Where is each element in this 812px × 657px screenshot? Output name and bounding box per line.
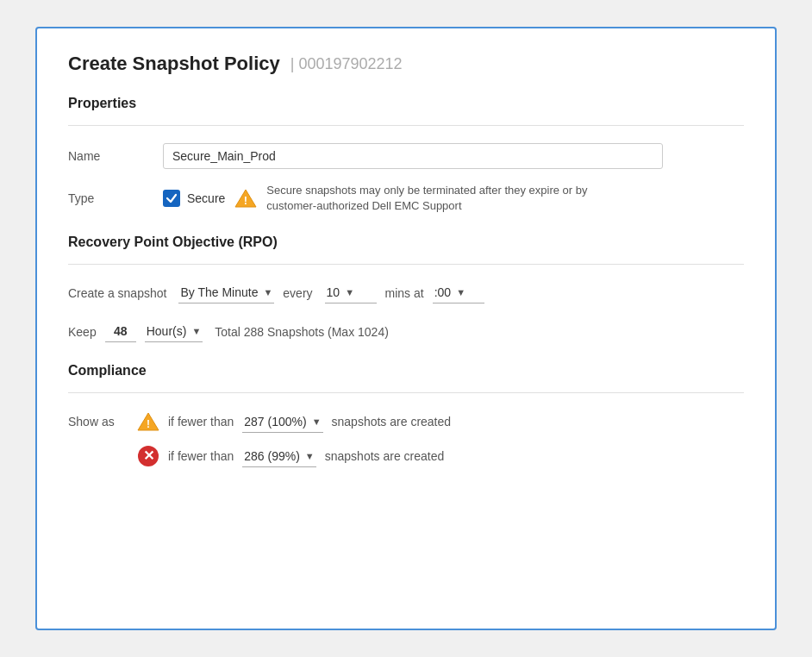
card-title-text: Create Snapshot Policy [68, 53, 280, 75]
compliance-warn-row: Show as ! if fewer than 287 (100%) ▼ sna… [68, 410, 744, 433]
show-as-label: Show as [68, 415, 128, 429]
card-title-id: | 000197902212 [290, 55, 403, 73]
frequency-select[interactable]: By The Minute ▼ [178, 282, 274, 303]
mins-label: mins at [385, 286, 424, 300]
at-value: :00 [434, 285, 451, 299]
properties-section: Properties Name Type Secure ! [68, 96, 744, 214]
keep-unit-value: Hour(s) [147, 324, 187, 338]
frequency-arrow: ▼ [263, 287, 272, 297]
total-snapshots: Total 288 Snapshots (Max 1024) [215, 325, 389, 339]
keep-label: Keep [68, 325, 97, 339]
card-header: Create Snapshot Policy | 000197902212 [68, 53, 744, 75]
at-arrow: ▼ [456, 287, 465, 297]
warn-condition: if fewer than [168, 415, 234, 429]
warn-suffix: snapshots are created [332, 415, 452, 429]
type-label: Type [68, 191, 154, 205]
interval-value: 10 [327, 285, 340, 299]
compliance-title: Compliance [68, 363, 744, 379]
compliance-error-row: ✕ if fewer than 286 (99%) ▼ snapshots ar… [68, 445, 744, 467]
interval-arrow: ▼ [345, 287, 354, 297]
type-row: Type Secure ! Secure snapshots may only … [68, 183, 744, 214]
warning-icon: ! [234, 186, 258, 210]
name-input[interactable] [163, 143, 663, 169]
name-row: Name [68, 143, 744, 169]
error-icon: ✕ [137, 445, 159, 467]
svg-text:✕: ✕ [143, 448, 154, 463]
properties-divider [68, 125, 744, 126]
svg-text:!: ! [244, 194, 247, 207]
interval-select[interactable]: 10 ▼ [325, 282, 377, 303]
warn-value: 287 (100%) [244, 415, 306, 429]
name-label: Name [68, 149, 154, 163]
every-label: every [283, 286, 312, 300]
keep-value: 48 [105, 321, 136, 342]
svg-text:!: ! [147, 418, 150, 430]
keep-row: Keep 48 Hour(s) ▼ Total 288 Snapshots (M… [68, 321, 744, 342]
error-value-arrow: ▼ [305, 451, 315, 461]
warning-text: Secure snapshots may only be terminated … [266, 183, 628, 214]
secure-checkbox-wrapper[interactable]: Secure [163, 190, 225, 207]
compliance-section: Compliance Show as ! if fewer than 287 (… [68, 363, 744, 467]
at-select[interactable]: :00 ▼ [433, 282, 484, 303]
keep-unit-select[interactable]: Hour(s) ▼ [145, 321, 203, 342]
rpo-divider [68, 264, 744, 265]
error-suffix: snapshots are created [325, 449, 445, 463]
error-condition: if fewer than [168, 449, 234, 463]
properties-title: Properties [68, 96, 744, 111]
error-value-select[interactable]: 286 (99%) ▼ [242, 446, 315, 467]
frequency-value: By The Minute [180, 285, 258, 299]
rpo-section: Recovery Point Objective (RPO) Create a … [68, 235, 744, 342]
warn-value-arrow: ▼ [312, 416, 322, 427]
warn-icon: ! [137, 410, 159, 433]
compliance-divider [68, 392, 744, 393]
secure-checkbox[interactable] [163, 190, 180, 207]
create-snapshot-policy-card: Create Snapshot Policy | 000197902212 Pr… [35, 27, 777, 630]
create-label: Create a snapshot [68, 286, 166, 300]
warn-value-select[interactable]: 287 (100%) ▼ [242, 411, 322, 433]
error-value: 286 (99%) [244, 449, 300, 463]
rpo-row: Create a snapshot By The Minute ▼ every … [68, 282, 744, 303]
checkmark-icon [166, 192, 178, 204]
keep-unit-arrow: ▼ [191, 326, 201, 336]
secure-label: Secure [187, 191, 225, 205]
rpo-title: Recovery Point Objective (RPO) [68, 235, 744, 250]
